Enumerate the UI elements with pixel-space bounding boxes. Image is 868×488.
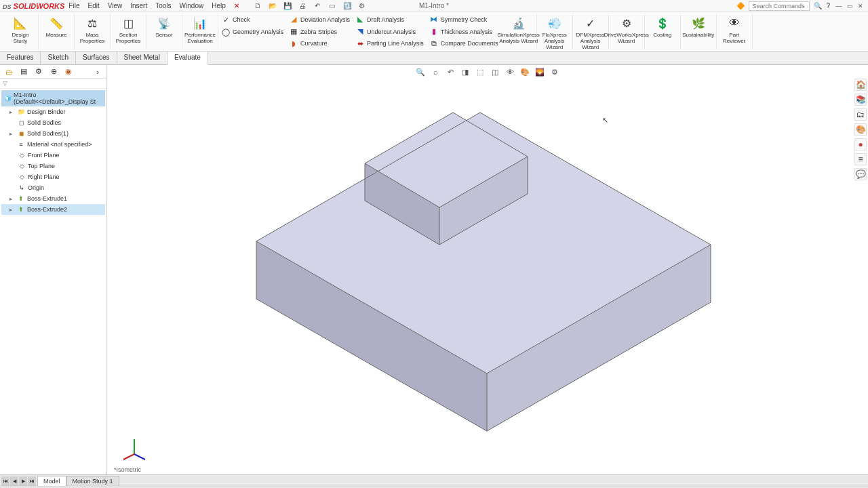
- help-icon[interactable]: ?: [826, 2, 830, 9]
- rebuild-icon[interactable]: 🔃: [342, 1, 352, 11]
- check-button[interactable]: ✓Check: [221, 14, 283, 25]
- tree-top-plane[interactable]: ◇Top Plane: [1, 161, 105, 171]
- part-reviewer-button[interactable]: 👁Part Reviewer: [721, 15, 748, 44]
- orientation-triad[interactable]: [121, 434, 148, 461]
- search-icon[interactable]: 🔍: [814, 2, 822, 9]
- parting-line-button[interactable]: ⬌Parting Line Analysis: [355, 38, 424, 49]
- tab-surfaces[interactable]: Surfaces: [76, 52, 117, 64]
- save-icon[interactable]: 💾: [283, 1, 292, 11]
- mass-icon: ⚖: [84, 15, 100, 31]
- flo-xpress-button[interactable]: 💨FloXpress Analysis Wizard: [541, 15, 568, 50]
- tree-design-binder[interactable]: ▸📁Design Binder: [1, 106, 105, 117]
- property-manager-tab-icon[interactable]: ▤: [18, 66, 30, 77]
- menu-tools[interactable]: Tools: [155, 2, 171, 9]
- prev-view-icon[interactable]: ↶: [445, 66, 456, 77]
- mass-properties-button[interactable]: ⚖Mass Properties: [79, 15, 106, 44]
- swx-icon[interactable]: 🔶: [736, 2, 745, 9]
- performance-eval-button[interactable]: 📊Performance Evaluation: [186, 15, 214, 44]
- new-icon[interactable]: 🗋: [253, 1, 262, 11]
- tree-origin[interactable]: ↳Origin: [1, 182, 105, 193]
- menu-close-icon[interactable]: ✕: [234, 2, 239, 9]
- tab-prev-icon[interactable]: ◀: [10, 476, 18, 486]
- dimxpert-tab-icon[interactable]: ⊕: [47, 66, 60, 77]
- tree-right-plane[interactable]: ◇Right Plane: [1, 171, 105, 182]
- apply-scene-icon[interactable]: 🌄: [534, 66, 545, 77]
- view-palette-icon[interactable]: 🎨: [854, 123, 867, 136]
- design-study-button[interactable]: 📐Design Study: [7, 15, 34, 44]
- search-commands-input[interactable]: [749, 1, 810, 11]
- print-icon[interactable]: 🖨: [298, 1, 307, 11]
- appearances-icon[interactable]: ●: [854, 138, 867, 150]
- tree-boss-extrude2[interactable]: ▸⬆Boss-Extrude2: [1, 204, 105, 215]
- close-button[interactable]: ✕: [856, 2, 865, 10]
- expand-tab-icon[interactable]: ›: [92, 66, 104, 77]
- minimize-button[interactable]: —: [834, 2, 844, 10]
- bottom-tab-model[interactable]: Model: [37, 476, 66, 486]
- select-icon[interactable]: ▭: [328, 1, 337, 11]
- tab-next-icon[interactable]: ▶: [19, 476, 27, 486]
- menu-window[interactable]: Window: [180, 2, 204, 9]
- thickness-analysis-button[interactable]: ▮Thickness Analysis: [429, 26, 498, 37]
- menu-view[interactable]: View: [108, 2, 123, 9]
- sustainability-button[interactable]: 🌿Sustainability: [685, 15, 712, 38]
- plane-icon: ◇: [18, 173, 26, 181]
- curvature-button[interactable]: ◗Curvature: [289, 38, 350, 49]
- tab-features[interactable]: Features: [0, 52, 41, 64]
- config-manager-tab-icon[interactable]: ⚙: [33, 66, 45, 77]
- geometry-analysis-button[interactable]: ◯Geometry Analysis: [221, 26, 283, 37]
- menu-edit[interactable]: Edit: [87, 2, 99, 9]
- zoom-fit-icon[interactable]: 🔍: [415, 66, 426, 77]
- deviation-analysis-button[interactable]: ◢Deviation Analysis: [289, 14, 350, 25]
- graphics-viewport[interactable]: 🔍 ⌕ ↶ ◨ ⬚ ◫ 👁 🎨 🌄 ⚙ 🏠 📚 🗂 🎨 ● ≡ 💬: [107, 65, 868, 474]
- edit-appearance-icon[interactable]: 🎨: [519, 66, 530, 77]
- tab-last-icon[interactable]: ⏭: [28, 476, 36, 486]
- display-style-icon[interactable]: ◫: [490, 66, 500, 77]
- costing-button[interactable]: 💲Costing: [649, 15, 676, 38]
- tree-root[interactable]: 🧊M1-Intro (Default<<Default>_Display St: [1, 90, 105, 106]
- simulation-xpress-button[interactable]: 🔬SimulationXpress Analysis Wizard: [505, 15, 532, 44]
- zebra-stripes-button[interactable]: ▦Zebra Stripes: [289, 26, 350, 37]
- tree-material[interactable]: ≡Material <not specified>: [1, 139, 105, 150]
- undo-icon[interactable]: ↶: [313, 1, 322, 11]
- filter-bar[interactable]: ▽: [0, 79, 106, 89]
- design-library-icon[interactable]: 📚: [854, 94, 867, 106]
- tab-evaluate[interactable]: Evaluate: [167, 52, 208, 65]
- tab-sketch[interactable]: Sketch: [41, 52, 76, 64]
- section-properties-button[interactable]: ◫Section Properties: [115, 15, 142, 44]
- main-area: 🗁 ▤ ⚙ ⊕ ◉ › ▽ 🧊M1-Intro (Default<<Defaul…: [0, 65, 868, 474]
- tree-boss-extrude1[interactable]: ▸⬆Boss-Extrude1: [1, 193, 105, 204]
- check-icon: ✓: [221, 15, 231, 24]
- forum-icon[interactable]: 💬: [854, 168, 867, 180]
- menu-insert[interactable]: Insert: [130, 2, 147, 9]
- document-title: M1-Intro *: [419, 2, 449, 9]
- tree-front-plane[interactable]: ◇Front Plane: [1, 150, 105, 161]
- zoom-area-icon[interactable]: ⌕: [430, 66, 441, 77]
- compare-documents-button[interactable]: ⧉Compare Documents: [429, 38, 498, 49]
- bottom-tab-motion-study[interactable]: Motion Study 1: [66, 476, 119, 486]
- sensor-button[interactable]: 📡Sensor: [151, 15, 178, 38]
- tree-solid-bodies[interactable]: ◻Solid Bodies: [1, 117, 105, 128]
- draft-analysis-button[interactable]: ◣Draft Analysis: [355, 14, 424, 25]
- menu-help[interactable]: Help: [212, 2, 226, 9]
- symmetry-check-button[interactable]: ⧓Symmetry Check: [429, 14, 498, 25]
- restore-button[interactable]: ▭: [845, 2, 854, 10]
- measure-button[interactable]: 📏Measure: [43, 15, 70, 38]
- file-explorer-icon[interactable]: 🗂: [854, 108, 867, 121]
- open-icon[interactable]: 📂: [268, 1, 277, 11]
- driveworks-button[interactable]: ⚙DriveWorksXpress Wizard: [613, 15, 640, 44]
- custom-props-icon[interactable]: ≡: [854, 153, 867, 165]
- sw-resources-icon[interactable]: 🏠: [854, 79, 867, 91]
- feature-tree-tab-icon[interactable]: 🗁: [3, 66, 15, 77]
- options-icon[interactable]: ⚙: [357, 1, 367, 11]
- display-manager-tab-icon[interactable]: ◉: [62, 66, 75, 77]
- menu-file[interactable]: File: [68, 2, 79, 9]
- undercut-analysis-button[interactable]: ◥Undercut Analysis: [355, 26, 424, 37]
- view-orient-icon[interactable]: ⬚: [475, 66, 486, 77]
- hide-show-icon[interactable]: 👁: [505, 66, 515, 77]
- tab-first-icon[interactable]: ⏮: [1, 476, 9, 486]
- tree-solid-bodies-1[interactable]: ▸◼Solid Bodies(1): [1, 128, 105, 139]
- tab-sheet-metal[interactable]: Sheet Metal: [117, 52, 167, 64]
- section-view-icon[interactable]: ◨: [460, 66, 471, 77]
- dfm-xpress-button[interactable]: ✓DFMXpress Analysis Wizard: [577, 15, 604, 50]
- view-settings-icon[interactable]: ⚙: [549, 66, 560, 77]
